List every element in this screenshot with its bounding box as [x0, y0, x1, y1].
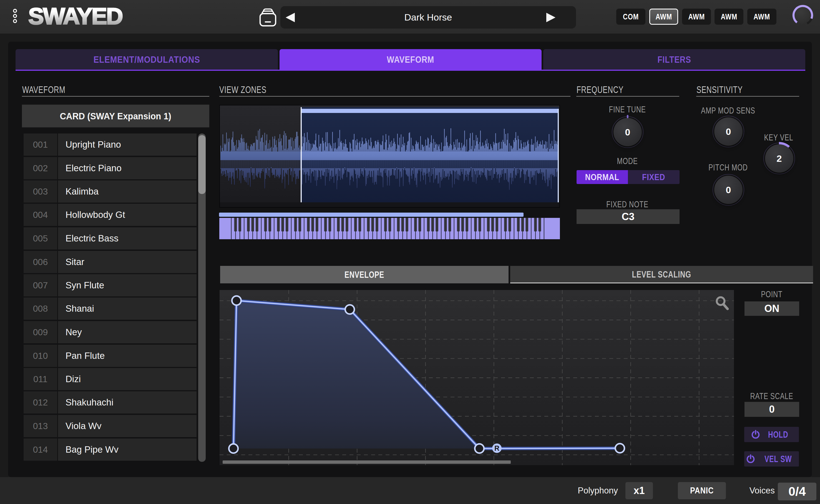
svg-text:R: R [494, 444, 499, 452]
svg-text:SWAYED: SWAYED [28, 4, 122, 29]
